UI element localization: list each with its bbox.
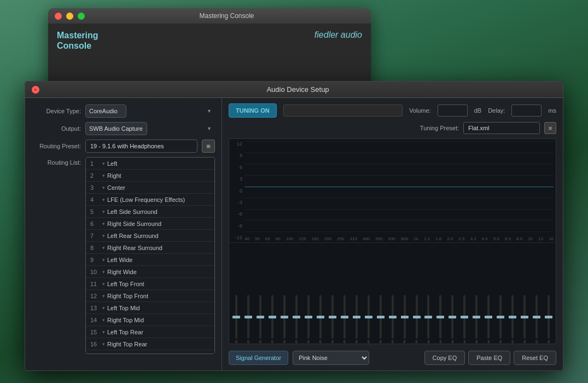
paste-eq-button[interactable]: Paste EQ [468,351,510,365]
routing-list-item[interactable]: 13▾Left Top Mid [86,302,214,314]
fader-thumb[interactable] [341,316,348,318]
fader-value: 0 [499,340,502,344]
fader-track[interactable] [380,295,382,339]
tuning-preset-menu-button[interactable]: ≡ [544,122,556,134]
fader-thumb[interactable] [329,316,336,318]
fader-track[interactable] [523,295,526,339]
fader-track[interactable] [368,295,370,339]
eq-freq-label: 40 [244,236,249,241]
routing-list-item[interactable]: 15▾Left Top Rear [86,326,214,338]
routing-list-item[interactable]: 5▾Left Surround [5.1.x] [86,350,214,354]
traffic-light-yellow[interactable] [66,13,73,20]
fader-track[interactable] [331,295,334,339]
fader-thumb[interactable] [473,316,480,318]
volume-input[interactable] [438,105,468,117]
fader-thumb[interactable] [509,316,516,318]
dialog-close-button[interactable]: × [32,86,39,94]
fader-thumb[interactable] [413,316,421,318]
fader-track[interactable] [392,295,394,339]
signal-generator-button[interactable]: Signal Generator [229,351,288,365]
fader-track[interactable] [451,295,453,339]
fader-thumb[interactable] [232,316,240,318]
routing-list-item[interactable]: 3▾Center [86,182,214,194]
fader-track[interactable] [427,295,429,339]
routing-list-item[interactable]: 11▾Left Top Front [86,278,214,290]
fader-track[interactable] [548,295,550,339]
routing-list-item[interactable]: 16▾Right Top Rear [86,338,214,350]
fader-track[interactable] [235,295,237,339]
fader-track[interactable] [247,295,249,339]
routing-preset-menu-button[interactable]: ≡ [202,140,215,153]
eq-grid-line [244,220,554,220]
routing-list-item[interactable]: 14▾Right Top Mid [86,314,214,326]
fader-thumb[interactable] [293,316,300,318]
fader-thumb[interactable] [389,316,397,318]
fader-thumb[interactable] [365,316,372,318]
routing-list-item[interactable]: 4▾LFE (Low Frequency Effects) [86,194,214,206]
fader-thumb[interactable] [521,316,528,318]
routing-list-item[interactable]: 9▾Left Wide [86,254,214,266]
fader-thumb[interactable] [401,316,409,318]
fader-track[interactable] [307,295,310,339]
fader-thumb[interactable] [305,316,312,318]
device-type-select[interactable]: CoreAudio ASIO DirectSound [85,105,126,118]
fader-track[interactable] [319,295,322,339]
routing-list-item[interactable]: 10▾Right Wide [86,266,214,278]
fader-track[interactable] [283,295,286,339]
fader-track[interactable] [487,295,490,339]
fader-track[interactable] [499,295,502,339]
tuning-preset-input[interactable] [463,122,540,134]
fader-track[interactable] [404,295,406,339]
fader-track[interactable] [356,295,358,339]
tuning-on-button[interactable]: TUNING ON [229,103,277,118]
routing-list-item[interactable]: 5▾Left Side Surround [86,206,214,218]
fader-col: 0 [399,295,411,344]
fader-thumb[interactable] [317,316,324,318]
routing-list-item[interactable]: 12▾Right Top Front [86,290,214,302]
fader-track[interactable] [475,295,478,339]
fader-thumb[interactable] [281,316,288,318]
fader-track[interactable] [511,295,514,339]
noise-type-select[interactable]: Pink NoiseWhite NoiseSine Wave [293,351,369,365]
fader-thumb[interactable] [497,316,504,318]
routing-list-item[interactable]: 8▾Right Rear Surround [86,242,214,254]
fader-thumb[interactable] [269,316,276,318]
fader-thumb[interactable] [485,316,492,318]
fader-track[interactable] [535,295,538,339]
delay-input[interactable] [511,105,542,117]
fader-col: 0 [387,295,399,344]
output-select[interactable]: SWB Audio Capture Built-in Output Defaul… [85,122,147,135]
routing-list-item[interactable]: 7▾Left Rear Surround [86,230,214,242]
fader-thumb[interactable] [533,316,540,318]
fader-track[interactable] [416,295,418,339]
fiedler-audio-brand: fiedler audio [315,30,362,40]
traffic-light-red[interactable] [55,13,62,20]
fader-thumb[interactable] [436,316,444,318]
fader-thumb[interactable] [257,316,264,318]
fader-track[interactable] [439,295,441,339]
reset-eq-button[interactable]: Reset EQ [514,351,556,365]
fader-track[interactable] [463,295,465,339]
fader-track[interactable] [271,295,273,339]
routing-list-item[interactable]: 6▾Right Side Surround [86,218,214,230]
routing-item-num: 5 [90,353,102,355]
routing-list-item[interactable]: 2▾Right [86,170,214,182]
copy-eq-button[interactable]: Copy EQ [424,351,465,365]
fader-thumb[interactable] [377,316,385,318]
eq-freq-label: 6.3 [505,236,511,241]
fader-thumb[interactable] [545,316,552,318]
fader-track[interactable] [344,295,346,339]
routing-item-chevron-icon: ▾ [102,233,105,239]
fader-track[interactable] [259,295,261,339]
traffic-light-green[interactable] [78,13,85,20]
routing-list[interactable]: 1▾Left2▾Right3▾Center4▾LFE (Low Frequenc… [85,157,215,354]
fader-track[interactable] [295,295,298,339]
routing-list-item[interactable]: 1▾Left [86,158,214,170]
fader-thumb[interactable] [461,316,468,318]
fader-thumb[interactable] [353,316,360,318]
fader-thumb[interactable] [449,316,456,318]
routing-preset-input[interactable] [85,140,197,153]
fader-thumb[interactable] [424,316,432,318]
fader-thumb[interactable] [244,316,252,318]
eq-freq-label: 10 [528,236,533,241]
